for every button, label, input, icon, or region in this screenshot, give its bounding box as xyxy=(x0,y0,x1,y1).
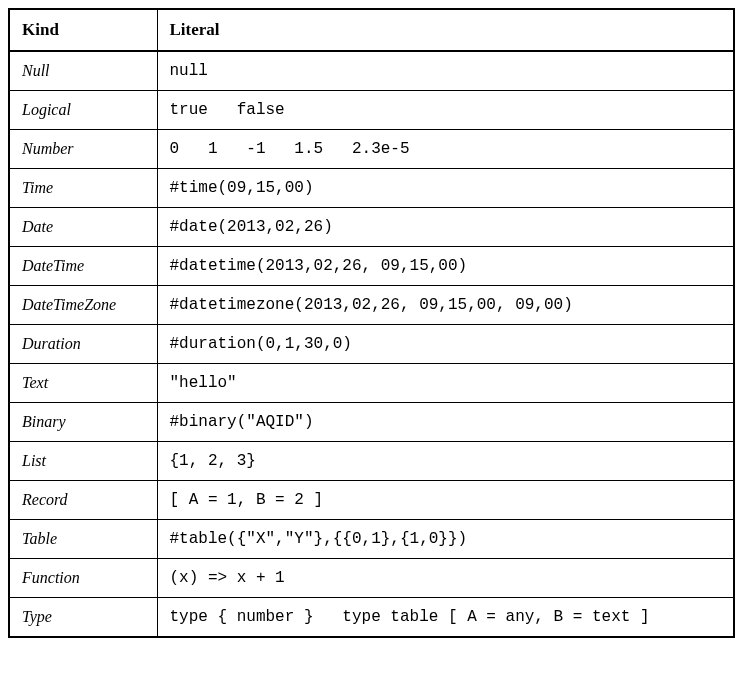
literal-cell: #datetimezone(2013,02,26, 09,15,00, 09,0… xyxy=(157,286,734,325)
literal-cell: [ A = 1, B = 2 ] xyxy=(157,481,734,520)
literal-cell: type { number } type table [ A = any, B … xyxy=(157,598,734,638)
kind-cell: Function xyxy=(9,559,157,598)
table-row: Null null xyxy=(9,51,734,91)
kind-cell: Text xyxy=(9,364,157,403)
header-literal: Literal xyxy=(157,9,734,51)
table-row: Number 0 1 -1 1.5 2.3e-5 xyxy=(9,130,734,169)
table-row: Table #table({"X","Y"},{{0,1},{1,0}}) xyxy=(9,520,734,559)
kind-cell: Record xyxy=(9,481,157,520)
kind-cell: DateTime xyxy=(9,247,157,286)
table-row: Duration #duration(0,1,30,0) xyxy=(9,325,734,364)
literals-table: Kind Literal Null null Logical true fals… xyxy=(8,8,735,638)
literal-cell: #table({"X","Y"},{{0,1},{1,0}}) xyxy=(157,520,734,559)
kind-cell: Time xyxy=(9,169,157,208)
kind-cell: Null xyxy=(9,51,157,91)
table-row: Record [ A = 1, B = 2 ] xyxy=(9,481,734,520)
literal-cell: {1, 2, 3} xyxy=(157,442,734,481)
table-row: Time #time(09,15,00) xyxy=(9,169,734,208)
kind-cell: Table xyxy=(9,520,157,559)
table-row: Date #date(2013,02,26) xyxy=(9,208,734,247)
table-row: DateTime #datetime(2013,02,26, 09,15,00) xyxy=(9,247,734,286)
kind-cell: Type xyxy=(9,598,157,638)
kind-cell: Binary xyxy=(9,403,157,442)
literal-cell: "hello" xyxy=(157,364,734,403)
literal-cell: #datetime(2013,02,26, 09,15,00) xyxy=(157,247,734,286)
table-row: Logical true false xyxy=(9,91,734,130)
literal-cell: #time(09,15,00) xyxy=(157,169,734,208)
kind-cell: Duration xyxy=(9,325,157,364)
table-row: Type type { number } type table [ A = an… xyxy=(9,598,734,638)
table-row: Function (x) => x + 1 xyxy=(9,559,734,598)
literal-cell: (x) => x + 1 xyxy=(157,559,734,598)
table-row: Text "hello" xyxy=(9,364,734,403)
kind-cell: List xyxy=(9,442,157,481)
literal-cell: true false xyxy=(157,91,734,130)
header-row: Kind Literal xyxy=(9,9,734,51)
kind-cell: Date xyxy=(9,208,157,247)
kind-cell: DateTimeZone xyxy=(9,286,157,325)
literal-cell: #binary("AQID") xyxy=(157,403,734,442)
literal-cell: #duration(0,1,30,0) xyxy=(157,325,734,364)
literal-cell: null xyxy=(157,51,734,91)
table-row: List {1, 2, 3} xyxy=(9,442,734,481)
header-kind: Kind xyxy=(9,9,157,51)
literal-cell: #date(2013,02,26) xyxy=(157,208,734,247)
kind-cell: Number xyxy=(9,130,157,169)
table-row: DateTimeZone #datetimezone(2013,02,26, 0… xyxy=(9,286,734,325)
literal-cell: 0 1 -1 1.5 2.3e-5 xyxy=(157,130,734,169)
kind-cell: Logical xyxy=(9,91,157,130)
table-row: Binary #binary("AQID") xyxy=(9,403,734,442)
